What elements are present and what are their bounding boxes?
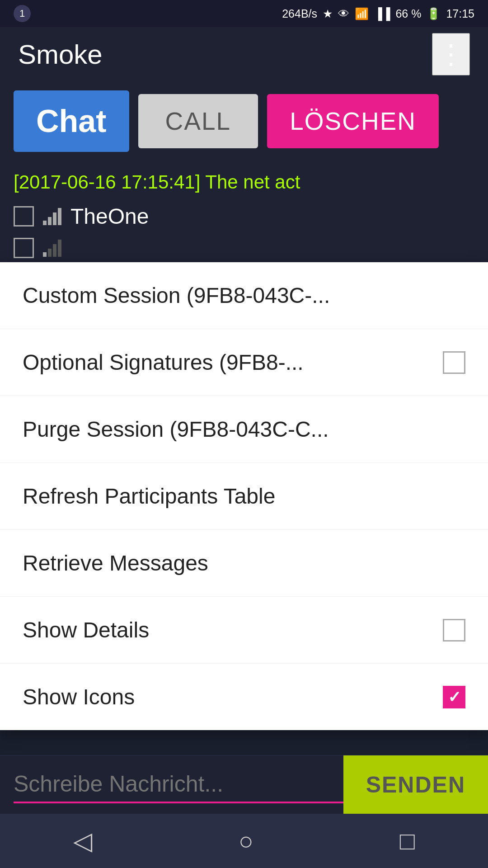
network-speed: 264B/s (282, 7, 317, 20)
menu-item-refresh-participants[interactable]: Refresh Participants Table (0, 463, 488, 530)
chat-header-row: Chat CALL LÖSCHEN (0, 81, 488, 161)
call-button[interactable]: CALL (138, 94, 258, 148)
eye-icon: 👁 (338, 7, 349, 20)
participant-name-1: TheOne (70, 204, 149, 229)
menu-item-optional-signatures[interactable]: Optional Signatures (9FB8-... (0, 329, 488, 396)
nav-bar: ◁ ○ □ (0, 814, 488, 868)
menu-item-retrieve-messages[interactable]: Retrieve Messages (0, 530, 488, 597)
menu-item-label-purge-session: Purge Session (9FB8-043C-C... (23, 417, 329, 442)
menu-item-label-optional-signatures: Optional Signatures (9FB8-... (23, 350, 304, 375)
participants-area: [2017-06-16 17:15:41] The net act TheOne (0, 161, 488, 267)
home-button[interactable]: ○ (230, 817, 263, 864)
signal-strength-icon-2 (43, 239, 61, 257)
battery-percent: 66 % (395, 7, 421, 20)
recents-button[interactable]: □ (391, 817, 424, 864)
senden-button[interactable]: SENDEN (343, 755, 488, 814)
menu-item-custom-session[interactable]: Custom Session (9FB8-043C-... (0, 262, 488, 329)
menu-item-label-show-icons: Show Icons (23, 684, 135, 709)
participant-checkbox-2[interactable] (14, 238, 34, 258)
back-button[interactable]: ◁ (64, 817, 101, 864)
app-title: Smoke (18, 39, 103, 70)
time-display: 17:15 (446, 7, 474, 20)
status-right: 264B/s ★ 👁 📶 ▐▐ 66 % 🔋 17:15 (282, 7, 474, 20)
loschen-button[interactable]: LÖSCHEN (267, 94, 439, 148)
menu-item-show-details[interactable]: Show Details (0, 597, 488, 664)
status-left: 1 (14, 5, 31, 22)
status-bar: 1 264B/s ★ 👁 📶 ▐▐ 66 % 🔋 17:15 (0, 0, 488, 27)
notification-badge: 1 (14, 5, 31, 22)
menu-item-label-refresh-participants: Refresh Participants Table (23, 484, 275, 509)
menu-item-show-icons[interactable]: Show Icons ✓ (0, 664, 488, 730)
chat-message: [2017-06-16 17:15:41] The net act (14, 165, 474, 199)
chat-tab[interactable]: Chat (14, 90, 129, 152)
show-icons-checkbox[interactable]: ✓ (443, 686, 465, 708)
wifi-icon: 📶 (355, 7, 369, 20)
battery-icon: 🔋 (427, 7, 441, 20)
participant-row-2 (14, 233, 474, 263)
message-input[interactable] (14, 766, 343, 803)
main-content: Chat CALL LÖSCHEN [2017-06-16 17:15:41] … (0, 81, 488, 267)
bluetooth-icon: ★ (323, 7, 333, 20)
checkmark-icon: ✓ (448, 688, 461, 706)
participant-row: TheOne (14, 199, 474, 233)
chat-tab-label: Chat (36, 104, 107, 139)
participant-checkbox-1[interactable] (14, 206, 34, 226)
menu-item-label-show-details: Show Details (23, 618, 149, 642)
signal-icon: ▐▐ (374, 7, 390, 20)
menu-item-label-custom-session: Custom Session (9FB8-043C-... (23, 283, 330, 308)
optional-signatures-checkbox[interactable] (443, 351, 465, 374)
show-details-checkbox[interactable] (443, 619, 465, 642)
bottom-input-area: SENDEN (0, 755, 488, 814)
dropdown-menu: Custom Session (9FB8-043C-... Optional S… (0, 262, 488, 730)
signal-strength-icon-1 (43, 207, 61, 225)
menu-item-purge-session[interactable]: Purge Session (9FB8-043C-C... (0, 396, 488, 463)
overflow-menu-button[interactable]: ⋮ (432, 33, 470, 75)
app-bar: Smoke ⋮ (0, 27, 488, 81)
menu-item-label-retrieve-messages: Retrieve Messages (23, 551, 208, 576)
